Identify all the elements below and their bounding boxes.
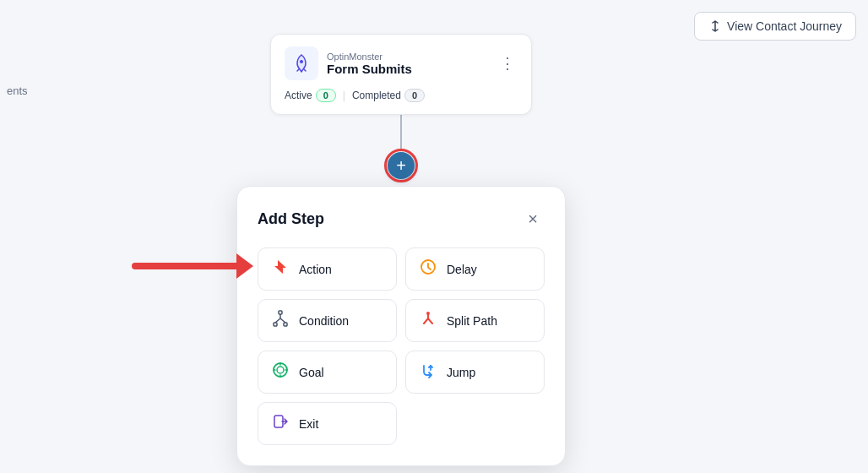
workflow-canvas: OptinMonster Form Submits ⋮ Active 0 | C… (270, 34, 532, 182)
svg-point-7 (426, 312, 430, 315)
split-path-icon (418, 310, 438, 331)
completed-count: 0 (404, 89, 425, 102)
svg-point-9 (277, 367, 284, 373)
view-contact-journey-button[interactable]: View Contact Journey (694, 12, 856, 41)
rocket-icon (291, 53, 312, 73)
add-step-trigger[interactable]: + (384, 149, 418, 182)
node-source: OptinMonster (327, 52, 489, 62)
svg-rect-5 (274, 323, 277, 326)
action-icon (270, 258, 290, 280)
goal-label: Goal (299, 366, 324, 379)
connector-line (400, 115, 402, 149)
delay-label: Delay (447, 263, 477, 276)
condition-label: Condition (299, 314, 349, 328)
jump-icon (418, 362, 438, 383)
add-step-modal: Add Step × ActionDelayConditionSplit Pat… (236, 186, 566, 466)
plus-ring (384, 149, 418, 182)
step-item-split-path[interactable]: Split Path (405, 299, 545, 342)
form-submits-node: OptinMonster Form Submits ⋮ Active 0 | C… (270, 34, 532, 115)
modal-title: Add Step (258, 210, 324, 228)
node-stats: Active 0 | Completed 0 (285, 89, 518, 102)
step-item-action[interactable]: Action (258, 247, 397, 291)
completed-stat: Completed 0 (352, 89, 425, 102)
journey-icon (708, 19, 722, 33)
active-count: 0 (316, 89, 336, 102)
exit-icon (270, 413, 290, 434)
svg-rect-4 (279, 311, 282, 314)
svg-point-0 (300, 60, 303, 63)
node-title-wrap: OptinMonster Form Submits (327, 52, 489, 76)
active-stat: Active 0 (285, 89, 336, 102)
step-grid: ActionDelayConditionSplit PathGoalJumpEx… (258, 247, 545, 445)
exit-label: Exit (299, 417, 318, 431)
node-header: OptinMonster Form Submits ⋮ (285, 46, 518, 80)
step-item-condition[interactable]: Condition (258, 299, 397, 342)
left-sidebar-partial: ents (0, 81, 35, 101)
jump-label: Jump (447, 366, 475, 379)
active-label: Active (285, 90, 312, 101)
node-title: Form Submits (327, 62, 489, 76)
stat-separator: | (343, 90, 345, 101)
split-path-label: Split Path (447, 314, 497, 328)
pointer-arrow (131, 249, 253, 286)
step-item-exit[interactable]: Exit (258, 402, 397, 445)
view-journey-label: View Contact Journey (727, 19, 842, 33)
goal-icon (270, 362, 290, 383)
condition-icon (270, 310, 290, 331)
node-menu-button[interactable]: ⋮ (497, 53, 518, 73)
step-item-goal[interactable]: Goal (258, 351, 397, 394)
step-item-jump[interactable]: Jump (405, 351, 545, 394)
modal-header: Add Step × (258, 207, 545, 231)
step-item-delay[interactable]: Delay (405, 247, 545, 291)
svg-marker-2 (274, 260, 286, 274)
completed-label: Completed (352, 90, 401, 101)
modal-close-button[interactable]: × (521, 207, 545, 231)
svg-rect-6 (284, 323, 287, 326)
node-icon (285, 46, 318, 80)
delay-icon (418, 258, 438, 280)
action-label: Action (299, 263, 332, 276)
